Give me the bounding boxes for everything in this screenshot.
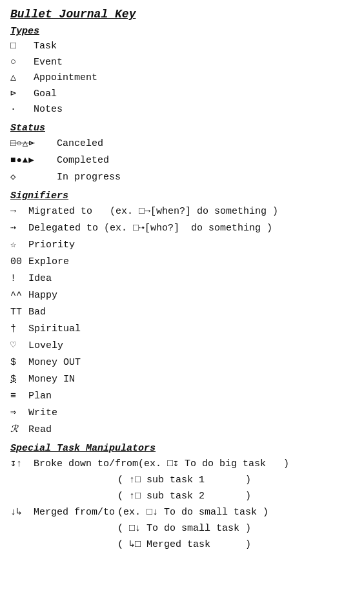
signifier-row: $ Money OUT [10,355,354,371]
write-label: Write [28,405,354,421]
page-title: Bullet Journal Key [10,8,354,21]
signifier-row: → Migrated to (ex. □→[when?] do somethin… [10,204,354,220]
signifiers-heading: Signifiers [10,190,354,201]
idea-icon: ! [10,271,28,287]
delegated-label: Delegated to (ex. □⇢[who?] do something … [28,221,354,236]
money-in-icon: $ [10,372,28,387]
canceled-label: Canceled [52,136,354,152]
indent-row: ( ↑□ sub task 1 ) [10,473,354,488]
signifier-row: ☆ Priority [10,238,354,253]
money-out-icon: $ [10,355,28,371]
signifier-row: TT Bad [10,305,354,320]
notes-icon: · [10,103,34,118]
status-row: ■●▲▶ Completed [10,153,354,169]
write-icon: ⇒ [10,405,28,421]
task-icon: □ [10,39,34,54]
indent-row: ( □↓ To do small task ) [10,521,354,537]
plan-icon: ≡ [10,389,28,404]
continuation-2: ( ↑□ sub task 2 ) [117,489,251,504]
signifier-row: ℛ Read [10,422,354,438]
merged-continuation-1: ( □↓ To do small task ) [117,521,251,537]
delegated-icon: ⇢ [10,221,28,236]
read-icon: ℛ [10,422,28,438]
broke-down-example: (ex. □↧ To do big task ) [138,456,354,472]
priority-icon: ☆ [10,238,28,253]
plan-label: Plan [28,389,354,404]
broke-down-label: Broke down to/from [34,456,138,472]
signifier-row: ≡ Plan [10,389,354,404]
appointment-label: Appointment [34,71,354,86]
special-section: Special Task Manipulators ↧↑ Broke down … [10,443,354,553]
happy-label: Happy [28,288,354,303]
continuation-1: ( ↑□ sub task 1 ) [117,473,251,488]
idea-label: Idea [28,271,354,287]
signifier-row: ^^ Happy [10,288,354,303]
list-item: □ Task [10,39,354,54]
bad-label: Bad [28,305,354,320]
status-row: ◇ In progress [10,170,354,185]
lovely-label: Lovely [28,338,354,354]
status-row: □○△⊳ Canceled [10,136,354,152]
indent-row: ( ↑□ sub task 2 ) [10,489,354,504]
money-out-label: Money OUT [28,355,354,371]
special-heading: Special Task Manipulators [10,443,354,454]
signifier-row: $ Money IN [10,372,354,387]
event-label: Event [34,56,354,70]
signifiers-section: Signifiers → Migrated to (ex. □→[when?] … [10,190,354,438]
merged-continuation-2: ( ↳□ Merged task ) [117,537,251,553]
list-item: ○ Event [10,56,354,70]
types-section: Types □ Task ○ Event △ Appointment ⊳ Goa… [10,26,354,118]
completed-label: Completed [52,153,354,169]
happy-icon: ^^ [10,288,28,303]
explore-label: Explore [28,254,354,270]
task-label: Task [34,39,354,54]
completed-icons: ■●▲▶ [10,153,52,167]
inprogress-icon: ◇ [10,170,52,184]
bad-icon: TT [10,305,28,320]
signifier-row: ! Idea [10,271,354,287]
list-item: ⊳ Goal [10,87,354,102]
money-in-label: Money IN [28,372,354,387]
spiritual-icon: † [10,322,28,337]
spiritual-label: Spiritual [28,322,354,337]
status-section: Status □○△⊳ Canceled ■●▲▶ Completed ◇ In… [10,123,354,185]
broke-down-icon: ↧↑ [10,456,34,472]
signifier-row: ♡ Lovely [10,338,354,354]
types-heading: Types [10,26,354,37]
merged-example: (ex. □↓ To do small task ) [117,505,354,520]
list-item: · Notes [10,103,354,118]
merged-icon: ↓↳ [10,505,34,520]
signifier-row: 00 Explore [10,254,354,270]
signifier-row: ⇒ Write [10,405,354,421]
appointment-icon: △ [10,71,34,86]
migrated-label: Migrated to (ex. □→[when?] do something … [28,204,354,220]
inprogress-label: In progress [52,170,354,185]
lovely-icon: ♡ [10,338,28,354]
task-manip-row: ↓↳ Merged from/to (ex. □↓ To do small ta… [10,505,354,520]
priority-label: Priority [28,238,354,253]
task-manip-row: ↧↑ Broke down to/from (ex. □↧ To do big … [10,456,354,472]
signifier-row: ⇢ Delegated to (ex. □⇢[who?] do somethin… [10,221,354,236]
event-icon: ○ [10,56,34,70]
goal-label: Goal [34,87,354,102]
read-label: Read [28,422,354,438]
list-item: △ Appointment [10,71,354,86]
canceled-icons: □○△⊳ [10,136,52,150]
indent-row: ( ↳□ Merged task ) [10,537,354,553]
merged-label: Merged from/to [34,505,117,520]
notes-label: Notes [34,103,354,118]
migrated-icon: → [10,204,28,220]
goal-icon: ⊳ [10,87,34,102]
signifier-row: † Spiritual [10,322,354,337]
status-heading: Status [10,123,354,134]
explore-icon: 00 [10,254,28,270]
